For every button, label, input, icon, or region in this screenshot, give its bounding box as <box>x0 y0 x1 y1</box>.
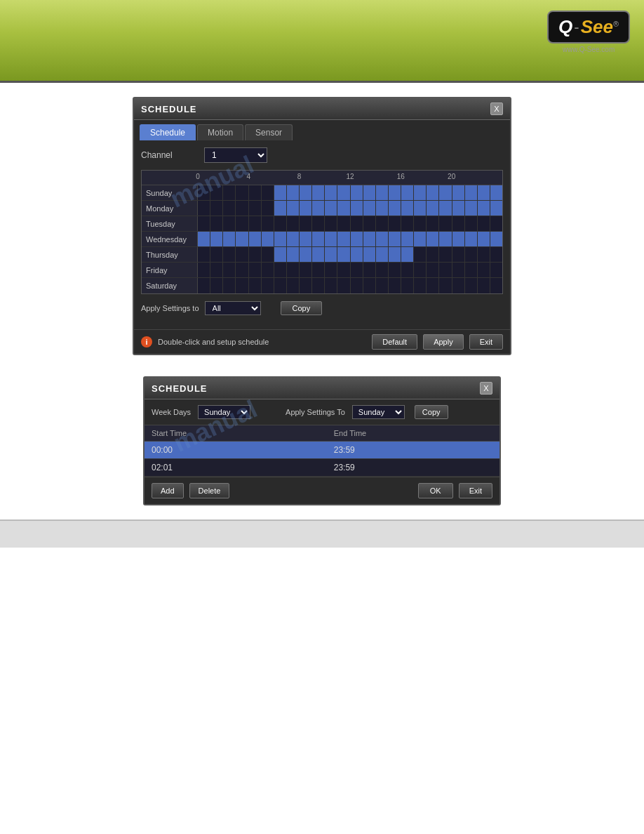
cell-monday-18[interactable] <box>427 201 439 216</box>
cell-monday-0[interactable] <box>198 201 210 216</box>
cell-saturday-18[interactable] <box>427 278 439 293</box>
cell-friday-17[interactable] <box>414 263 427 277</box>
cell-thursday-22[interactable] <box>478 247 490 262</box>
cell-wednesday-4[interactable] <box>249 232 262 246</box>
cell-thursday-12[interactable] <box>351 247 363 262</box>
cell-friday-19[interactable] <box>439 263 452 277</box>
cell-monday-11[interactable] <box>337 201 350 216</box>
dialog1-close-button[interactable]: X <box>490 102 503 115</box>
cell-wednesday-14[interactable] <box>376 232 389 246</box>
cell-sunday-19[interactable] <box>439 185 452 200</box>
cell-monday-10[interactable] <box>325 201 337 216</box>
cell-friday-5[interactable] <box>262 263 274 277</box>
cell-friday-11[interactable] <box>337 263 350 277</box>
cell-wednesday-16[interactable] <box>401 232 414 246</box>
cell-saturday-6[interactable] <box>274 278 287 293</box>
cell-friday-8[interactable] <box>300 263 312 277</box>
cell-thursday-16[interactable] <box>401 247 414 262</box>
cell-saturday-22[interactable] <box>478 278 490 293</box>
cell-friday-22[interactable] <box>478 263 490 277</box>
cell-monday-22[interactable] <box>478 201 490 216</box>
cell-sunday-10[interactable] <box>325 185 337 200</box>
cell-thursday-14[interactable] <box>376 247 389 262</box>
cell-tuesday-8[interactable] <box>300 216 312 231</box>
cell-saturday-9[interactable] <box>312 278 325 293</box>
ok-button[interactable]: OK <box>418 483 453 498</box>
add-button[interactable]: Add <box>152 483 184 498</box>
cell-saturday-5[interactable] <box>262 278 274 293</box>
cell-friday-20[interactable] <box>452 263 465 277</box>
cell-monday-12[interactable] <box>351 201 363 216</box>
cell-wednesday-11[interactable] <box>337 232 350 246</box>
cell-friday-4[interactable] <box>249 263 262 277</box>
cell-monday-9[interactable] <box>312 201 325 216</box>
cell-friday-0[interactable] <box>198 263 210 277</box>
cell-friday-21[interactable] <box>465 263 478 277</box>
cell-friday-12[interactable] <box>351 263 363 277</box>
cell-tuesday-7[interactable] <box>287 216 300 231</box>
cell-tuesday-1[interactable] <box>210 216 223 231</box>
cell-sunday-3[interactable] <box>236 185 248 200</box>
cell-sunday-11[interactable] <box>337 185 350 200</box>
copy-button[interactable]: Copy <box>281 301 323 315</box>
cell-monday-1[interactable] <box>210 201 223 216</box>
cell-wednesday-5[interactable] <box>262 232 274 246</box>
cell-friday-15[interactable] <box>389 263 401 277</box>
cell-monday-19[interactable] <box>439 201 452 216</box>
cell-thursday-13[interactable] <box>363 247 376 262</box>
cell-saturday-20[interactable] <box>452 278 465 293</box>
cell-tuesday-4[interactable] <box>249 216 262 231</box>
cell-wednesday-17[interactable] <box>414 232 427 246</box>
cell-friday-16[interactable] <box>401 263 414 277</box>
cell-sunday-14[interactable] <box>376 185 389 200</box>
cell-monday-20[interactable] <box>452 201 465 216</box>
cell-saturday-19[interactable] <box>439 278 452 293</box>
time-row-1[interactable]: 02:0123:59 <box>145 459 499 477</box>
cell-monday-4[interactable] <box>249 201 262 216</box>
cell-thursday-4[interactable] <box>249 247 262 262</box>
cell-wednesday-18[interactable] <box>427 232 439 246</box>
cell-tuesday-0[interactable] <box>198 216 210 231</box>
cell-wednesday-3[interactable] <box>236 232 248 246</box>
cell-sunday-4[interactable] <box>249 185 262 200</box>
cell-sunday-7[interactable] <box>287 185 300 200</box>
cell-sunday-0[interactable] <box>198 185 210 200</box>
cell-thursday-20[interactable] <box>452 247 465 262</box>
cell-tuesday-20[interactable] <box>452 216 465 231</box>
cell-monday-5[interactable] <box>262 201 274 216</box>
cell-tuesday-18[interactable] <box>427 216 439 231</box>
cell-tuesday-22[interactable] <box>478 216 490 231</box>
cell-wednesday-19[interactable] <box>439 232 452 246</box>
cell-tuesday-19[interactable] <box>439 216 452 231</box>
cell-thursday-6[interactable] <box>274 247 287 262</box>
dialog2-close-button[interactable]: X <box>480 382 492 395</box>
cell-tuesday-16[interactable] <box>401 216 414 231</box>
cell-friday-2[interactable] <box>223 263 236 277</box>
cell-wednesday-15[interactable] <box>389 232 401 246</box>
cell-sunday-9[interactable] <box>312 185 325 200</box>
cell-saturday-4[interactable] <box>249 278 262 293</box>
cell-friday-13[interactable] <box>363 263 376 277</box>
cell-thursday-2[interactable] <box>223 247 236 262</box>
cell-thursday-9[interactable] <box>312 247 325 262</box>
cell-wednesday-21[interactable] <box>465 232 478 246</box>
cell-saturday-17[interactable] <box>414 278 427 293</box>
cell-friday-7[interactable] <box>287 263 300 277</box>
cell-sunday-17[interactable] <box>414 185 427 200</box>
cell-thursday-1[interactable] <box>210 247 223 262</box>
cell-wednesday-10[interactable] <box>325 232 337 246</box>
cell-sunday-16[interactable] <box>401 185 414 200</box>
apply-settings-to-select[interactable]: Sunday Monday <box>352 405 405 419</box>
cell-saturday-2[interactable] <box>223 278 236 293</box>
weekdays-select[interactable]: Sunday Monday Tuesday <box>198 405 250 419</box>
cell-friday-6[interactable] <box>274 263 287 277</box>
cell-wednesday-23[interactable] <box>490 232 502 246</box>
cell-saturday-10[interactable] <box>325 278 337 293</box>
cell-saturday-1[interactable] <box>210 278 223 293</box>
cell-monday-23[interactable] <box>490 201 502 216</box>
cell-wednesday-20[interactable] <box>452 232 465 246</box>
cell-thursday-0[interactable] <box>198 247 210 262</box>
cell-sunday-5[interactable] <box>262 185 274 200</box>
cell-thursday-5[interactable] <box>262 247 274 262</box>
cell-sunday-6[interactable] <box>274 185 287 200</box>
